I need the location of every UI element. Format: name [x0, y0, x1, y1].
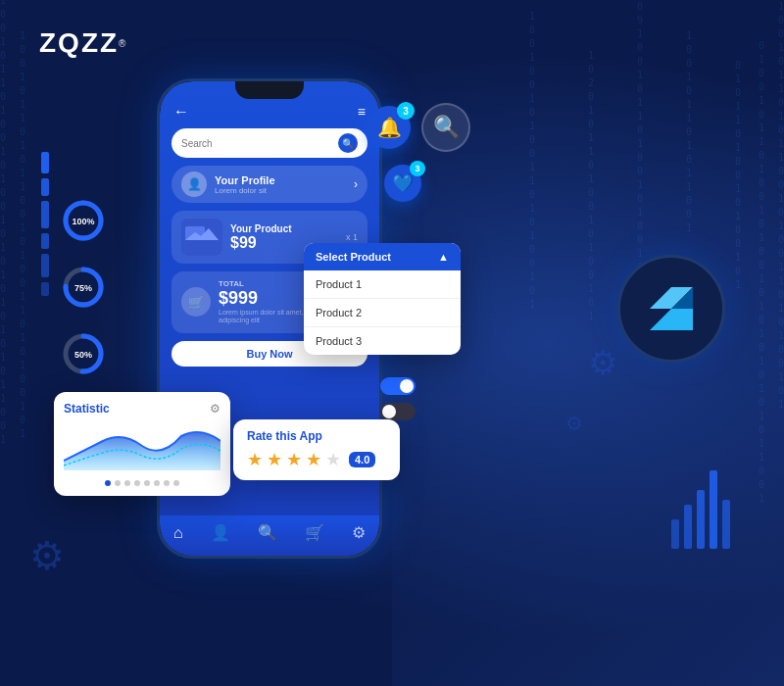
phone-search-bar[interactable]: 🔍 — [172, 128, 368, 158]
right-bar-chart — [671, 470, 730, 549]
statistic-gear-icon[interactable]: ⚙ — [210, 402, 220, 416]
select-product-header: Select Product ▲ — [304, 243, 461, 270]
heart-notification[interactable]: 💙 3 — [384, 165, 421, 202]
star-4[interactable]: ★ — [306, 449, 321, 470]
bar-4 — [41, 233, 49, 249]
bell-badge: 3 — [397, 102, 415, 120]
toggle-switches — [380, 377, 416, 420]
gear-small-icon: ⚙ — [565, 412, 583, 435]
star-5[interactable]: ★ — [325, 449, 341, 470]
search-float-icon: 🔍 — [421, 103, 470, 152]
flutter-logo — [617, 255, 725, 363]
select-product-popup: Select Product ▲ Product 1 Product 2 Pro… — [304, 243, 461, 355]
toggle-1[interactable] — [380, 377, 416, 395]
left-bar-chart — [41, 152, 49, 296]
gear-left-icon: ⚙ — [29, 533, 65, 578]
nav-settings-icon[interactable]: ⚙ — [352, 523, 366, 542]
toggle-1-knob — [400, 379, 414, 393]
profile-sub: Lorem dolor sit — [215, 186, 346, 195]
rbar-5 — [722, 500, 730, 549]
circle-chart-75: 75% — [59, 263, 108, 312]
heart-circle: 💙 3 — [384, 165, 421, 202]
stat-dot-6 — [154, 480, 160, 486]
stat-dot-3 — [124, 480, 130, 486]
product-option-1[interactable]: Product 1 — [304, 270, 461, 299]
rbar-3 — [697, 490, 705, 549]
stat-dot-4 — [134, 480, 140, 486]
star-3[interactable]: ★ — [286, 449, 302, 470]
statistic-header: Statistic ⚙ — [64, 402, 220, 416]
bottom-navigation: ⌂ 👤 🔍 🛒 ⚙ — [160, 515, 379, 556]
select-product-arrow: ▲ — [438, 251, 449, 263]
logo: ZQZZ® — [39, 27, 125, 59]
statistic-chart — [64, 421, 220, 470]
stat-dot-7 — [164, 480, 170, 486]
star-1[interactable]: ★ — [247, 449, 263, 470]
nav-search-icon[interactable]: 🔍 — [258, 523, 277, 542]
stars-row: ★ ★ ★ ★ ★ 4.0 — [247, 449, 386, 470]
search-input[interactable] — [181, 138, 332, 149]
heart-badge: 3 — [410, 161, 425, 176]
rbar-1 — [671, 519, 679, 549]
rate-title: Rate this App — [247, 429, 386, 443]
search-float-button[interactable]: 🔍 — [421, 103, 470, 152]
rate-card: Rate this App ★ ★ ★ ★ ★ 4.0 — [233, 419, 400, 480]
stat-dot-1 — [105, 480, 111, 486]
logo-text: ZQZZ — [39, 27, 119, 59]
rbar-4 — [710, 470, 717, 549]
logo-reg: ® — [119, 38, 125, 49]
toggle-2-knob — [382, 405, 396, 418]
statistic-title: Statistic — [64, 402, 110, 416]
flutter-icon — [640, 277, 704, 341]
svg-text:100%: 100% — [72, 217, 94, 226]
back-icon: ← — [173, 103, 189, 121]
toggle-2[interactable] — [380, 403, 416, 420]
rate-score: 4.0 — [349, 452, 375, 467]
star-2[interactable]: ★ — [267, 449, 282, 470]
bar-1 — [41, 152, 49, 173]
svg-text:50%: 50% — [74, 350, 92, 360]
product-quantity: x 1 — [346, 232, 358, 242]
bar-6 — [41, 282, 49, 296]
select-product-title: Select Product — [316, 251, 391, 263]
circle-charts: 100% 75% 50% — [59, 196, 108, 378]
stat-dot-8 — [173, 480, 179, 486]
menu-icon: ≡ — [358, 104, 366, 120]
nav-home-icon[interactable]: ⌂ — [173, 524, 183, 542]
rbar-2 — [684, 505, 692, 549]
gear-right-icon: ⚙ — [588, 343, 617, 382]
circle-chart-100: 100% — [59, 196, 108, 245]
product-option-2[interactable]: Product 2 — [304, 299, 461, 327]
product-title: Your Product — [230, 223, 338, 234]
avatar: 👤 — [181, 172, 207, 197]
phone-notch — [235, 81, 304, 99]
profile-text: Your Profile Lorem dolor sit — [215, 174, 346, 195]
svg-text:75%: 75% — [74, 283, 92, 293]
statistic-card: Statistic ⚙ — [54, 392, 230, 496]
notification-bell[interactable]: 🔔 3 — [368, 106, 411, 149]
bar-2 — [41, 178, 49, 196]
profile-row[interactable]: 👤 Your Profile Lorem dolor sit › — [172, 166, 368, 203]
product-option-3[interactable]: Product 3 — [304, 327, 461, 355]
nav-cart-icon[interactable]: 🛒 — [305, 523, 324, 542]
stat-dot-2 — [115, 480, 121, 486]
nav-profile-icon[interactable]: 👤 — [211, 523, 230, 542]
cart-icon: 🛒 — [181, 287, 211, 317]
profile-name: Your Profile — [215, 174, 346, 186]
bar-5 — [41, 254, 49, 277]
bar-3 — [41, 201, 49, 228]
product-image — [181, 219, 222, 256]
stat-dot-5 — [144, 480, 150, 486]
chevron-right-icon: › — [354, 177, 358, 191]
circle-chart-50: 50% — [59, 329, 108, 378]
search-button[interactable]: 🔍 — [338, 133, 358, 153]
statistic-pagination — [64, 480, 220, 486]
